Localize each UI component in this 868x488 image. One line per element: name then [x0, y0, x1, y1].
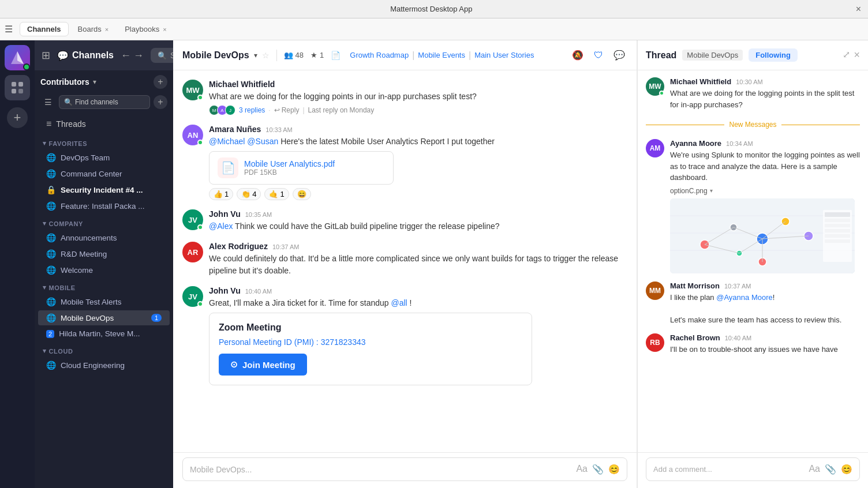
- zoom-pmi-number[interactable]: 3271823343: [321, 337, 366, 347]
- favorites-label: FAVORITES: [49, 140, 87, 147]
- grid-menu-icon[interactable]: ⊞: [42, 49, 50, 62]
- avatar: RB: [646, 333, 664, 352]
- workspace-name[interactable]: Contributors: [40, 77, 89, 87]
- join-meeting-button[interactable]: ⊙ Join Meeting: [219, 354, 307, 376]
- link-main-user-stories[interactable]: Main User Stories: [474, 51, 534, 59]
- tab-boards-label: Boards: [78, 25, 102, 33]
- svg-rect-1: [18, 82, 23, 87]
- tab-menu-icon[interactable]: ☰: [5, 24, 13, 35]
- channel-star-icon[interactable]: ☆: [262, 51, 270, 60]
- tab-boards[interactable]: Boards ×: [71, 22, 116, 36]
- channel-welcome[interactable]: 🌐 Welcome: [38, 262, 170, 277]
- search-bar[interactable]: 🔍Search: [151, 48, 173, 63]
- message-author: John Vu: [209, 286, 241, 295]
- thread-list-icon[interactable]: 💬: [611, 47, 627, 63]
- star-count-value: 1: [320, 51, 324, 59]
- message-group: MW Michael Whitfield What are we doing f…: [182, 80, 627, 115]
- channel-mobile-test-alerts[interactable]: 🌐 Mobile Test Alerts: [38, 294, 170, 309]
- thread-message-group: AM Ayanna Moore 10:34 AM We're using Spl…: [646, 139, 860, 273]
- add-channel-plus[interactable]: +: [154, 75, 167, 89]
- thread-emoji-icon[interactable]: 😊: [841, 464, 852, 475]
- add-channel-button[interactable]: +: [154, 95, 167, 109]
- thread-attach-icon[interactable]: 📎: [825, 464, 836, 475]
- tab-channels[interactable]: Channels: [20, 22, 69, 36]
- avatar-initials: MW: [186, 86, 199, 95]
- thread-message-text: We're using Splunk to monitor the loggin…: [670, 149, 860, 183]
- following-button[interactable]: Following: [749, 48, 798, 62]
- svg-rect-2: [12, 89, 16, 93]
- message-body: Alex Rodriguez 10:37 AM We could definit…: [209, 242, 627, 277]
- file-name[interactable]: Mobile User Analytics.pdf: [244, 159, 335, 168]
- channel-name: Hilda Martin, Steve M...: [59, 329, 140, 338]
- thread-message-time: 10:30 AM: [736, 78, 762, 85]
- tab-boards-close[interactable]: ×: [105, 26, 108, 33]
- star-count: ★ 1: [310, 51, 324, 59]
- avatar: AN: [182, 125, 203, 145]
- reaction-thumbsup[interactable]: 👍1: [209, 188, 233, 200]
- message-time: 10:37 AM: [272, 243, 299, 250]
- message-header: John Vu 10:40 AM: [209, 286, 627, 295]
- file-icon[interactable]: 📄: [331, 51, 341, 60]
- channel-announcements[interactable]: 🌐 Announcements: [38, 230, 170, 245]
- thread-message-body: Michael Whitfield 10:30 AM What are we d…: [670, 77, 860, 110]
- channel-security-incident[interactable]: 🔒 Security Incident #4 ...: [38, 182, 170, 197]
- favorites-chevron: ▾: [43, 140, 47, 147]
- channel-mobile-devops[interactable]: 🌐 Mobile DevOps 1: [38, 310, 170, 325]
- nav-back-button[interactable]: ←: [121, 50, 131, 62]
- workspace-avatar-1[interactable]: [5, 45, 30, 70]
- format-icon[interactable]: Aa: [576, 464, 588, 475]
- filter-icon[interactable]: ☰: [40, 95, 55, 110]
- message-replies[interactable]: M A J 3 replies · ↩ Reply | Last reply o…: [209, 105, 627, 115]
- channel-name: R&D Meeting: [61, 250, 107, 258]
- link-growth-roadmap[interactable]: Growth Roadmap: [350, 51, 409, 59]
- close-button[interactable]: ×: [856, 4, 861, 14]
- section-favorites[interactable]: ▾ FAVORITES: [35, 134, 173, 149]
- cloud-label: CLOUD: [49, 348, 73, 355]
- message-header: Michael Whitfield: [209, 80, 627, 89]
- thread-format-icon[interactable]: Aa: [809, 464, 820, 475]
- channel-cloud-engineering[interactable]: 🌐 Cloud Engineering: [38, 358, 170, 373]
- message-body: Michael Whitfield What are we doing for …: [209, 80, 627, 115]
- section-mobile[interactable]: ▾ MOBILE: [35, 278, 173, 294]
- image-label: optionC.png ▾: [670, 187, 860, 195]
- threads-item[interactable]: ≡ Threads: [38, 115, 170, 133]
- message-time: 10:40 AM: [245, 288, 272, 295]
- tab-playbooks[interactable]: Playbooks ×: [118, 22, 173, 36]
- channel-devops-team[interactable]: 🌐 DevOps Team: [38, 150, 170, 165]
- channel-rnd-meeting[interactable]: 🌐 R&D Meeting: [38, 246, 170, 261]
- emoji-icon[interactable]: 😊: [608, 464, 620, 475]
- tab-playbooks-close[interactable]: ×: [163, 26, 166, 33]
- reaction-clap[interactable]: 👏4: [237, 188, 261, 200]
- close-thread-button[interactable]: ×: [854, 49, 860, 61]
- link-mobile-events[interactable]: Mobile Events: [418, 51, 465, 59]
- dm-number-badge: 2: [46, 330, 54, 338]
- section-company[interactable]: ▾ COMPANY: [35, 214, 173, 230]
- channel-feature-install[interactable]: 🌐 Feature: Install Packa ...: [38, 198, 170, 213]
- section-cloud[interactable]: ▾ CLOUD: [35, 341, 173, 357]
- image-label-chevron[interactable]: ▾: [710, 187, 713, 194]
- reaction-add[interactable]: 😄: [293, 188, 311, 200]
- expand-icon[interactable]: ⤢: [843, 49, 850, 61]
- new-messages-divider: New Messages: [646, 121, 860, 129]
- nav-forward-button[interactable]: →: [133, 50, 144, 62]
- add-workspace-button[interactable]: +: [7, 107, 28, 128]
- thread-input[interactable]: Add a comment... Aa 📎 😊: [646, 457, 860, 481]
- thread-message-body: Rachel Brown 10:40 AM I'll be on to trou…: [670, 333, 860, 355]
- message-input[interactable]: Mobile DevOps... Aa 📎 😊: [182, 457, 627, 481]
- zoom-icon: ⊙: [230, 359, 238, 370]
- message-author: Alex Rodriguez: [209, 242, 268, 251]
- workspace-avatar-2[interactable]: [5, 75, 30, 100]
- shield-icon[interactable]: 🛡: [590, 47, 607, 63]
- mute-icon[interactable]: 🔕: [570, 47, 586, 63]
- channel-title-chevron[interactable]: ▾: [254, 51, 257, 59]
- channel-command-center[interactable]: 🌐 Command Center: [38, 166, 170, 181]
- reaction-wave[interactable]: 🤙1: [264, 188, 289, 200]
- message-text: Great, I'll make a Jira ticket for it. T…: [209, 297, 627, 309]
- attach-icon[interactable]: 📎: [592, 464, 604, 475]
- find-channels-input[interactable]: 🔍 Find channels: [59, 95, 150, 109]
- member-count: 👥 48: [284, 51, 304, 59]
- thread-header-actions: ⤢ ×: [843, 49, 860, 61]
- reply-action[interactable]: ↩ Reply: [274, 106, 300, 114]
- channel-globe-icon: 🌐: [46, 169, 56, 178]
- dm-hilda-steve[interactable]: 2 Hilda Martin, Steve M...: [38, 326, 170, 341]
